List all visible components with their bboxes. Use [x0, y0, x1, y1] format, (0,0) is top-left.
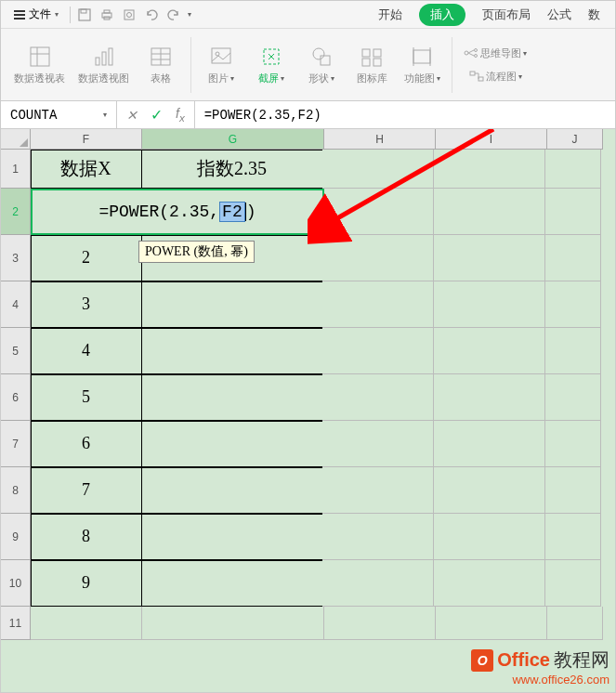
row-header[interactable]: 7: [1, 421, 31, 467]
cell[interactable]: [142, 607, 324, 640]
tab-formula[interactable]: 公式: [547, 7, 571, 23]
cell[interactable]: [322, 421, 434, 467]
cell[interactable]: [322, 189, 434, 235]
cell-G8[interactable]: [141, 467, 323, 514]
cell[interactable]: [434, 467, 545, 514]
cell-G7[interactable]: [141, 421, 323, 467]
cell[interactable]: [434, 281, 545, 328]
cell[interactable]: [322, 235, 434, 281]
shape-button[interactable]: 形状 ▾: [297, 44, 346, 85]
save-icon[interactable]: [76, 7, 93, 23]
tab-start[interactable]: 开始: [378, 7, 402, 23]
cell-edit-overlay[interactable]: =POWER(2.35,F2): [31, 189, 324, 235]
cell[interactable]: [322, 560, 434, 607]
tab-insert[interactable]: 插入: [419, 4, 465, 26]
redo-icon[interactable]: [165, 7, 182, 23]
print-icon[interactable]: [98, 7, 115, 23]
row-header[interactable]: 2: [1, 189, 31, 235]
mindmap-button[interactable]: 思维导图 ▾ 流程图 ▾: [458, 46, 532, 84]
cell-F7[interactable]: 6: [31, 421, 142, 467]
picture-button[interactable]: 图片 ▾: [197, 44, 245, 85]
row-header[interactable]: 8: [1, 467, 31, 514]
select-all-corner[interactable]: [1, 129, 31, 150]
cell-F1[interactable]: 数据X: [31, 150, 142, 189]
row-header[interactable]: 11: [1, 607, 31, 640]
col-header-G[interactable]: G: [142, 129, 324, 150]
cell-F9[interactable]: 8: [31, 514, 142, 560]
cell[interactable]: [322, 467, 434, 514]
cell[interactable]: [322, 150, 434, 189]
cancel-icon[interactable]: ✕: [126, 108, 138, 123]
cell[interactable]: [322, 514, 434, 560]
cell[interactable]: [434, 189, 545, 235]
cell[interactable]: [545, 514, 601, 560]
cell-F10[interactable]: 9: [31, 560, 142, 607]
name-box[interactable]: COUNTA ▾: [1, 101, 117, 128]
print-preview-icon[interactable]: [121, 7, 138, 23]
cell[interactable]: [436, 607, 547, 640]
cell-G10[interactable]: [141, 560, 323, 607]
fx-icon[interactable]: fx: [176, 106, 185, 124]
pivot-chart-button[interactable]: 数据透视图: [72, 44, 135, 85]
cell[interactable]: [31, 607, 142, 640]
formula-bar-input[interactable]: =POWER(2.35,F2): [195, 101, 615, 128]
tab-data[interactable]: 数: [588, 7, 600, 23]
cell-F4[interactable]: 3: [31, 281, 142, 328]
row-header[interactable]: 4: [1, 281, 31, 328]
cell[interactable]: [545, 374, 601, 421]
file-menu-button[interactable]: 文件 ▾: [8, 5, 64, 24]
cell[interactable]: [434, 328, 545, 374]
cell-F6[interactable]: 5: [31, 374, 142, 421]
row-header[interactable]: 9: [1, 514, 31, 560]
cell[interactable]: [434, 421, 545, 467]
cell-F5[interactable]: 4: [31, 328, 142, 374]
col-header-F[interactable]: F: [31, 129, 142, 150]
icon-library-button[interactable]: 图标库: [347, 44, 396, 85]
cell-G1[interactable]: 指数2.35: [141, 150, 323, 189]
cell[interactable]: [434, 374, 545, 421]
cell[interactable]: [434, 560, 545, 607]
cell[interactable]: [322, 281, 434, 328]
col-header-J[interactable]: J: [547, 129, 603, 150]
spreadsheet-grid[interactable]: F G H I J 1 2 3 4 5 6 7 8 9 10 11 数据X 指数…: [1, 129, 615, 693]
cell[interactable]: [322, 328, 434, 374]
cell[interactable]: [322, 374, 434, 421]
column-headers: F G H I J: [31, 129, 603, 150]
confirm-icon[interactable]: ✓: [151, 106, 163, 124]
cell[interactable]: [545, 328, 601, 374]
cell-G6[interactable]: [141, 374, 323, 421]
cell[interactable]: [434, 514, 545, 560]
row-header[interactable]: 3: [1, 235, 31, 281]
row-header[interactable]: 1: [1, 150, 31, 189]
undo-icon[interactable]: [143, 7, 160, 23]
row-header[interactable]: 6: [1, 374, 31, 421]
cell-G9[interactable]: [141, 514, 323, 560]
cell-F8[interactable]: 7: [31, 467, 142, 514]
screenshot-button[interactable]: 截屏 ▾: [247, 44, 295, 85]
pivot-table-button[interactable]: 数据透视表: [8, 44, 71, 85]
cell[interactable]: [545, 235, 601, 281]
col-header-I[interactable]: I: [436, 129, 547, 150]
col-header-H[interactable]: H: [324, 129, 436, 150]
cell-G5[interactable]: [141, 328, 323, 374]
chevron-down-icon[interactable]: ▾: [188, 10, 191, 19]
tab-layout[interactable]: 页面布局: [482, 7, 531, 23]
svg-rect-10: [96, 58, 99, 65]
cell-F3[interactable]: 2: [31, 235, 142, 281]
cell[interactable]: [547, 607, 603, 640]
row-header[interactable]: 5: [1, 328, 31, 374]
cell[interactable]: [434, 150, 545, 189]
svg-rect-21: [321, 56, 330, 65]
row-header[interactable]: 10: [1, 560, 31, 607]
table-button[interactable]: 表格: [137, 44, 185, 85]
cell[interactable]: [434, 235, 545, 281]
cell[interactable]: [545, 189, 601, 235]
cell[interactable]: [545, 421, 601, 467]
cell-G4[interactable]: [141, 281, 323, 328]
cell[interactable]: [324, 607, 436, 640]
cell[interactable]: [545, 560, 601, 607]
cell[interactable]: [545, 150, 601, 189]
function-chart-button[interactable]: 功能图 ▾: [398, 44, 446, 85]
cell[interactable]: [545, 467, 601, 514]
cell[interactable]: [545, 281, 601, 328]
